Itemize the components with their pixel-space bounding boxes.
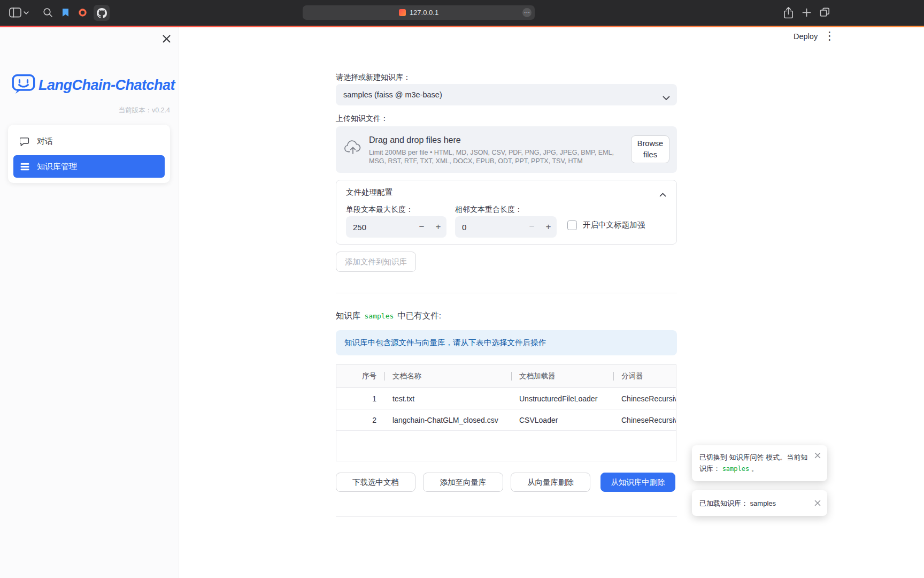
search-icon[interactable]	[43, 7, 53, 18]
cell-splitter: ChineseRecursiveTextSplitter	[614, 416, 676, 424]
extension-icon-orange[interactable]	[78, 8, 87, 17]
chunk-size-input[interactable]: 250 − +	[346, 216, 446, 238]
logo-text: LangChain-Chatchat	[38, 77, 175, 94]
table-header: 序号 文档名称 文档加载器 分词器	[336, 365, 676, 388]
column-resize-handle[interactable]	[384, 372, 385, 381]
toast-mode-switched: 已切换到 知识库问答 模式。当前知识库： samples 。	[692, 445, 827, 481]
col-header-index[interactable]: 序号	[336, 371, 385, 381]
file-config-expander: 文件处理配置 单段文本最大长度： 相邻文本重合长度： 250 − + 0 − +…	[336, 180, 677, 245]
info-banner: 知识库中包含源文件与向量库，请从下表中选择文件后操作	[336, 330, 677, 355]
toolbar-chevron-down-icon[interactable]	[24, 11, 29, 15]
extension-icon-blue[interactable]	[61, 8, 70, 17]
zh-title-checkbox[interactable]: 开启中文标题加强	[567, 220, 645, 230]
chunk-size-label: 单段文本最大长度：	[346, 205, 413, 215]
browser-toolbar: 127.0.0.1 ⋯	[0, 0, 924, 26]
toast-close-icon[interactable]	[814, 452, 821, 459]
table-row[interactable]: 2 langchain-ChatGLM_closed.csv CSVLoader…	[336, 409, 676, 431]
files-table: 序号 文档名称 文档加载器 分词器 1 test.txt Unstructure…	[336, 364, 676, 461]
divider	[336, 293, 677, 293]
kb-name-code: samples	[722, 465, 750, 473]
chat-bubble-icon	[20, 136, 30, 147]
chevron-up-icon	[659, 190, 666, 199]
kb-selected-value: samples (faiss @ m3e-base)	[343, 90, 442, 99]
kb-name-code: samples	[365, 312, 394, 320]
col-header-name[interactable]: 文档名称	[385, 371, 512, 381]
screen: 127.0.0.1 ⋯ LangChain-Chatchat 当前版本：v0.2…	[0, 0, 924, 578]
expander-header[interactable]: 文件处理配置	[336, 180, 676, 204]
overlap-input[interactable]: 0 − +	[455, 216, 557, 238]
expander-title: 文件处理配置	[346, 187, 392, 197]
kb-select-label: 请选择或新建知识库：	[336, 73, 411, 82]
page-options-icon[interactable]: ⋯	[522, 8, 532, 17]
share-icon[interactable]	[783, 6, 794, 19]
cell-name: test.txt	[385, 394, 512, 403]
heading-prefix: 知识库	[336, 310, 361, 322]
sidebar-close-icon[interactable]	[161, 33, 172, 44]
cell-loader: CSVLoader	[512, 416, 614, 424]
col-header-loader[interactable]: 文档加载器	[512, 371, 614, 381]
browse-files-button[interactable]: Browse files	[631, 135, 669, 163]
site-favicon	[399, 9, 406, 16]
delete-from-kb-button[interactable]: 从知识库中删除	[600, 473, 675, 492]
cell-name: langchain-ChatGLM_closed.csv	[385, 416, 512, 424]
toast-text: 已加载知识库： samples	[699, 498, 776, 509]
kb-selectbox[interactable]: samples (faiss @ m3e-base)	[336, 84, 677, 105]
url-text: 127.0.0.1	[410, 9, 438, 17]
sidebar-menu: 对话 知识库管理	[8, 125, 170, 183]
overlap-label: 相邻文本重合长度：	[455, 205, 522, 215]
github-icon	[97, 8, 107, 18]
dropzone-limit: Limit 200MB per file • HTML, MD, JSON, C…	[369, 149, 625, 165]
table-row[interactable]: 1 test.txt UnstructuredFileLoader Chines…	[336, 388, 676, 409]
toast-text: 已切换到 知识库问答 模式。当前知识库： samples 。	[699, 452, 808, 475]
column-resize-handle[interactable]	[613, 372, 614, 381]
dropzone-title: Drag and drop files here	[369, 135, 625, 145]
version-label: 当前版本：v0.2.4	[8, 106, 170, 115]
toast-kb-loaded: 已加载知识库： samples	[692, 490, 827, 516]
sidebar-item-dialogue[interactable]: 对话	[13, 130, 165, 153]
delete-from-vector-button[interactable]: 从向量库删除	[511, 473, 590, 492]
column-resize-handle[interactable]	[511, 372, 512, 381]
add-files-button[interactable]: 添加文件到知识库	[336, 252, 416, 272]
cell-splitter: ChineseRecursiveTextSplitter	[614, 394, 676, 403]
main-menu-icon[interactable]: ⋮	[824, 30, 835, 41]
cell-index: 1	[336, 394, 385, 403]
new-tab-icon[interactable]	[802, 8, 811, 17]
toast-close-icon[interactable]	[814, 500, 821, 506]
sidebar-item-kb-management[interactable]: 知识库管理	[13, 155, 165, 178]
checkbox-box[interactable]	[567, 220, 577, 230]
kb-stack-icon	[20, 163, 30, 171]
menu-item-label: 知识库管理	[37, 162, 77, 172]
menu-item-label: 对话	[37, 136, 53, 147]
deploy-button[interactable]: Deploy	[794, 32, 818, 41]
upload-label: 上传知识文件：	[336, 114, 388, 124]
upload-cloud-icon	[344, 140, 362, 157]
minus-stepper-button[interactable]: −	[523, 222, 540, 232]
app-logo: LangChain-Chatchat	[12, 73, 175, 97]
overlap-value[interactable]: 0	[455, 223, 523, 232]
checkbox-label: 开启中文标题加强	[583, 220, 645, 230]
cell-loader: UnstructuredFileLoader	[512, 394, 614, 403]
heading-suffix: 中已有文件:	[397, 310, 441, 322]
file-dropzone[interactable]: Drag and drop files here Limit 200MB per…	[336, 126, 677, 173]
cell-index: 2	[336, 416, 385, 424]
existing-files-heading: 知识库 samples 中已有文件:	[336, 310, 441, 322]
github-extension-button[interactable]	[94, 5, 110, 21]
address-bar[interactable]: 127.0.0.1 ⋯	[303, 5, 535, 20]
sidebar-toggle-icon[interactable]	[9, 7, 21, 18]
tabs-overview-icon[interactable]	[819, 7, 830, 18]
plus-stepper-button[interactable]: +	[430, 222, 446, 232]
col-header-splitter[interactable]: 分词器	[614, 371, 676, 381]
logo-chat-icon	[12, 73, 35, 97]
add-to-vector-button[interactable]: 添加至向量库	[423, 473, 503, 492]
minus-stepper-button[interactable]: −	[413, 222, 430, 232]
divider	[336, 516, 677, 517]
plus-stepper-button[interactable]: +	[540, 222, 557, 232]
dropzone-text: Drag and drop files here Limit 200MB per…	[369, 135, 625, 165]
chunk-size-value[interactable]: 250	[346, 223, 413, 232]
chevron-down-icon	[663, 93, 670, 102]
download-selected-button[interactable]: 下载选中文档	[336, 473, 415, 492]
sidebar: LangChain-Chatchat 当前版本：v0.2.4 对话 知识库管理	[0, 27, 179, 578]
